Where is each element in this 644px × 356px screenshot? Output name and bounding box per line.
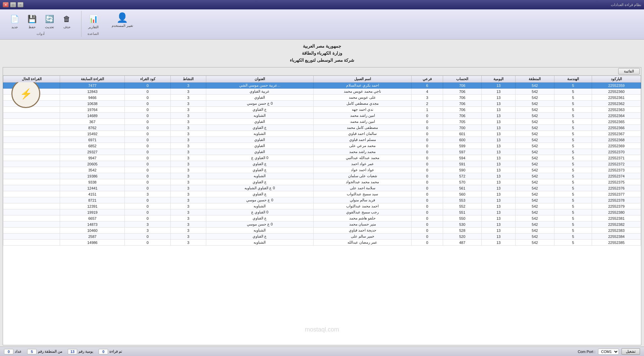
table-row[interactable]: 225523805542135510رجب سميح عبدالفوي0 الق… — [3, 209, 641, 215]
table-row[interactable]: 225523605542137064ناجي محمد عويس محمدعرب… — [3, 89, 641, 95]
save-button[interactable]: 💾 حفظ — [24, 12, 40, 31]
table-cell: 5 — [554, 234, 592, 240]
table-cell: 3 — [125, 221, 170, 227]
table-cell: 542 — [516, 137, 554, 143]
table-cell: 22552377 — [592, 191, 641, 197]
table-row[interactable]: 225523775542135600سيد سميح عبدالتوابع ال… — [3, 191, 641, 197]
table-row[interactable]: 225523655542137050امين راشد محمدالقباوي3… — [3, 119, 641, 125]
table-row[interactable]: 225523845542135200خمير سالم علىع القباوي… — [3, 234, 641, 240]
table-row[interactable]: 225523765542135610سلامة احمد على0 ع القب… — [3, 185, 641, 191]
table-cell: عمر عواد احمد — [314, 161, 412, 167]
table-row[interactable]: 225523785542135530فريد سالم منولي0 ع حسي… — [3, 197, 641, 203]
refresh-button[interactable]: 🔄 تحديث — [42, 12, 57, 31]
table-cell: 10638 — [60, 101, 125, 107]
table-row[interactable]: 225523715542135940محمد عبدالله عبدالنبي0… — [3, 155, 641, 161]
table-cell: 3 — [170, 167, 206, 173]
table-cell: 22552371 — [592, 155, 641, 161]
table-row[interactable]: 225523825542135300منير حسبان محمد0 ع حسن… — [3, 221, 641, 227]
table-row[interactable]: 225523755542135700محمد محمد عبدالجوادع ا… — [3, 179, 641, 185]
list-button[interactable]: القائمة — [618, 68, 640, 74]
table-row[interactable]: 225523595542137066احمد بكري عبدالسلام...… — [3, 83, 641, 89]
table-row[interactable]: 225523635542137061ندي احمد جههع القباوي3… — [3, 107, 641, 113]
table-row[interactable]: 225523735542135900عواد احمد عوادع القباو… — [3, 167, 641, 173]
table-cell: امين راشد محمد — [314, 119, 412, 125]
table-cell — [3, 234, 60, 240]
table-cell: 13 — [482, 125, 516, 131]
table-cell: 22552385 — [592, 240, 641, 246]
table-cell: 520 — [443, 234, 482, 240]
new-button[interactable]: 📄 جديد — [7, 12, 22, 31]
table-cell: فريد سالم منولي — [314, 197, 412, 203]
table-cell: 4151 — [60, 191, 125, 197]
table-row[interactable]: 225523665542137000مصطفى كامل محمدع القبا… — [3, 125, 641, 131]
table-row[interactable]: 225523725542135910عمر عواد احمدع القباوي… — [3, 161, 641, 167]
table-cell: 0 — [125, 83, 170, 89]
table-cell: 22552381 — [592, 215, 641, 221]
table-cell: 22552370 — [592, 149, 641, 155]
table-cell: 572 — [443, 173, 482, 179]
table-cell: 706 — [443, 83, 482, 89]
table-cell: عواد احمد عواد — [314, 167, 412, 173]
data-table-wrapper[interactable]: الباركود الهندسة المنطقة اليومية الحساب … — [3, 75, 641, 344]
table-cell: 3 — [170, 125, 206, 131]
table-row[interactable]: 225523645542137060امين راشد محمدالشباويه… — [3, 113, 641, 119]
table-cell: 8762 — [60, 125, 125, 131]
table-cell: احمد محمد عبدالتواب — [314, 203, 412, 209]
maximize-button[interactable]: □ — [10, 2, 16, 7]
delete-label: حذف — [63, 25, 70, 29]
table-cell: 0 — [125, 167, 170, 173]
table-cell: 22552368 — [592, 137, 641, 143]
table-cell — [3, 167, 60, 173]
table-row[interactable]: 225523675542136010سالمان احمد قباويالشبا… — [3, 131, 641, 137]
table-row[interactable]: 225523815542135500حلفو هاشم محمدع القباو… — [3, 215, 641, 221]
table-row[interactable]: 225523795542135520احمد محمد عبدالتوابالش… — [3, 203, 641, 209]
table-cell: القباوي — [206, 119, 314, 125]
company-line1: جمهورية مصر العربية — [0, 43, 644, 50]
status-bar: Com Port : COM1 COM2 COM3 تشغيل تم قراءة… — [0, 347, 644, 356]
table-cell: 22552367 — [592, 131, 641, 137]
title-bar: نظام قراءة العدادات − □ ✕ — [0, 0, 644, 9]
table-cell: 599 — [443, 143, 482, 149]
table-cell: 0 — [125, 131, 170, 137]
user-group: 👤 تغيير المستخدم — [108, 11, 133, 29]
reports-button[interactable]: 📊 التقارير — [86, 12, 101, 31]
table-cell: ع القباوي — [206, 179, 314, 185]
run-button[interactable]: تشغيل — [622, 348, 640, 355]
reports-label: التقارير — [88, 25, 99, 29]
table-cell: 3 — [170, 119, 206, 125]
table-cell: 22552382 — [592, 221, 641, 227]
table-cell: 6852 — [60, 143, 125, 149]
com-port-select[interactable]: COM1 COM2 COM3 — [598, 349, 619, 355]
table-cell: 0 — [412, 131, 443, 137]
table-cell: 5 — [554, 203, 592, 209]
table-cell: مسلم احمد قباوي — [314, 137, 412, 143]
table-cell: مجدي مصطفي كامل — [314, 101, 412, 107]
table-cell: 0 — [412, 203, 443, 209]
table-cell: سلامة احمد على — [314, 185, 412, 191]
table-cell: 3 — [170, 185, 206, 191]
close-button[interactable]: ✕ — [3, 2, 9, 7]
table-cell: 0 القباوي ع — [206, 209, 314, 215]
table-cell: 0 — [125, 161, 170, 167]
user-section[interactable]: 👤 تغيير المستخدم — [112, 12, 133, 28]
table-row[interactable]: 225523625542137062مجدي مصطفي كامل0 ع حسن… — [3, 101, 641, 107]
table-cell: 14873 — [60, 221, 125, 227]
table-row[interactable]: 225523685542136000مسلم احمد قباويالقباوي… — [3, 137, 641, 143]
table-row[interactable]: 225523705542135970محمد راشد محمدالقباوي3… — [3, 149, 641, 155]
minimize-button[interactable]: − — [17, 2, 23, 7]
table-cell: 542 — [516, 143, 554, 149]
table-cell: 601 — [443, 131, 482, 137]
table-row[interactable]: 225523855542134870عمر رمضان عبداللهالشبا… — [3, 240, 641, 246]
table-cell: 0 — [412, 137, 443, 143]
delete-button[interactable]: 🗑 حذف — [59, 12, 74, 31]
user-label[interactable]: تغيير المستخدم — [112, 24, 133, 28]
table-row[interactable]: 225523615542137063على عويس محمدالقباوي30… — [3, 95, 641, 101]
table-cell: 13 — [482, 119, 516, 125]
table-row[interactable]: 225523695542135990محمد مرعي علىالقباوي30… — [3, 143, 641, 149]
table-row[interactable]: 225523745542135720شعبات على سلمانالشباوي… — [3, 173, 641, 179]
table-cell: 2 — [412, 101, 443, 107]
table-cell: 3 — [170, 240, 206, 246]
table-row[interactable]: 225523835542135280حديجة احمد قباويالشباو… — [3, 227, 641, 234]
table-cell: 5 — [554, 137, 592, 143]
table-cell: 0 — [125, 215, 170, 221]
